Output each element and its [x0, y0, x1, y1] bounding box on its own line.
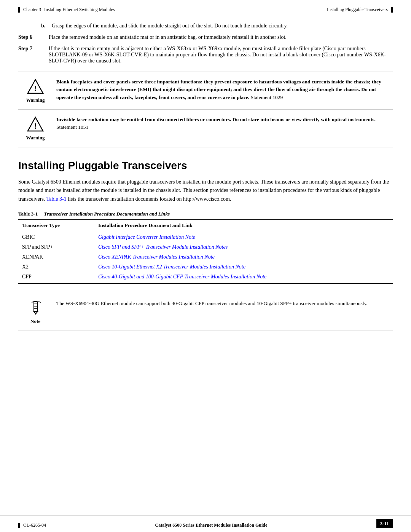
- table-row: CFPCisco 40-Gigabit and 100-Gigabit CFP …: [18, 272, 393, 283]
- footer-doc-id: OL-6265-04: [23, 522, 46, 528]
- table-cell-link[interactable]: Cisco 10-Gigabit Ethernet X2 Transceiver…: [94, 262, 393, 272]
- step6-text: Place the removed module on an antistati…: [49, 34, 393, 40]
- table-cell-link[interactable]: Cisco SFP and SFP+ Transceiver Module In…: [94, 242, 393, 252]
- warning1-text-normal: Statement 1029: [249, 94, 283, 100]
- table-cell-link[interactable]: Cisco XENPAK Transceiver Modules Install…: [94, 252, 393, 262]
- table-link[interactable]: Cisco 40-Gigabit and 100-Gigabit CFP Tra…: [98, 274, 266, 280]
- step6-row: Step 6 Place the removed module on an an…: [18, 34, 393, 40]
- footer-center-text: Catalyst 6500 Series Ethernet Modules In…: [155, 522, 268, 528]
- step-b-text: Grasp the edges of the module, and slide…: [52, 23, 393, 29]
- warning1-box: ! Warning Blank faceplates and cover pan…: [18, 72, 393, 110]
- warning2-text-bold: Invisible laser radiation may be emitted…: [56, 117, 376, 122]
- header-bar-left: [18, 7, 20, 13]
- table-ref-link[interactable]: Table 3-1: [46, 196, 67, 202]
- svg-text:!: !: [34, 122, 37, 130]
- page-header: Chapter 3 Installing Ethernet Switching …: [0, 0, 411, 15]
- step7-label: Step 7: [18, 46, 49, 64]
- steps-section: b. Grasp the edges of the module, and sl…: [18, 23, 393, 64]
- warning1-label: Warning: [26, 97, 45, 103]
- step7-text: If the slot is to remain empty and is ad…: [49, 46, 393, 64]
- header-chapter: Chapter 3: [23, 7, 41, 13]
- table-row: SFP and SFP+Cisco SFP and SFP+ Transceiv…: [18, 242, 393, 252]
- step-b-label: b.: [41, 23, 49, 29]
- note-label: Note: [30, 318, 40, 324]
- header-chapter-title: Installing Ethernet Switching Modules: [44, 7, 115, 13]
- note-icon-area: Note: [18, 299, 56, 324]
- header-bar-right: [391, 7, 393, 13]
- table-cell-link[interactable]: Gigabit Interface Converter Installation…: [94, 231, 393, 243]
- footer-center: Catalyst 6500 Series Ethernet Modules In…: [155, 522, 268, 528]
- table-caption: Table 3-1 Transceiver Installation Proce…: [18, 211, 393, 217]
- table-cell-type: X2: [18, 262, 94, 272]
- warning2-content: Invisible laser radiation may be emitted…: [56, 116, 393, 131]
- note-pencil-icon: [27, 299, 44, 316]
- step6-label: Step 6: [18, 34, 49, 40]
- table-row: X2Cisco 10-Gigabit Ethernet X2 Transceiv…: [18, 262, 393, 272]
- header-right: Installing Pluggable Transceivers: [327, 7, 393, 13]
- table-cell-type: XENPAK: [18, 252, 94, 262]
- col2-header: Installation Procedure Document and Link: [94, 220, 393, 231]
- table-row: XENPAKCisco XENPAK Transceiver Modules I…: [18, 252, 393, 262]
- table-cell-type: CFP: [18, 272, 94, 283]
- warning2-text-normal: Statement 1051: [56, 124, 88, 130]
- transceiver-table: Transceiver Type Installation Procedure …: [18, 219, 393, 284]
- warning1-content: Blank faceplates and cover panels serve …: [56, 78, 393, 101]
- warning-triangle-icon: !: [27, 78, 44, 95]
- table-link[interactable]: Cisco 10-Gigabit Ethernet X2 Transceiver…: [98, 264, 245, 270]
- svg-rect-4: [34, 302, 38, 312]
- warning1-icon-area: ! Warning: [18, 78, 56, 103]
- main-content: b. Grasp the edges of the module, and sl…: [0, 15, 411, 354]
- note-box: Note The WS-X6904-40G Ethernet module ca…: [18, 293, 393, 331]
- footer-bar: [18, 523, 20, 528]
- header-right-title: Installing Pluggable Transceivers: [327, 7, 388, 13]
- step-b-row: b. Grasp the edges of the module, and sl…: [18, 23, 393, 29]
- section-heading: Installing Pluggable Transceivers: [18, 160, 393, 172]
- section-intro: Some Catalyst 6500 Ethernet modules requ…: [18, 178, 393, 203]
- header-left: Chapter 3 Installing Ethernet Switching …: [18, 7, 115, 13]
- footer-right: 3-11: [376, 519, 393, 528]
- table-row: GBICGigabit Interface Converter Installa…: [18, 231, 393, 243]
- footer-left: OL-6265-04: [18, 522, 46, 528]
- warning1-text-bold: Blank faceplates and cover panels serve …: [56, 79, 381, 100]
- note-content: The WS-X6904-40G Ethernet module can sup…: [56, 299, 393, 308]
- warning2-triangle-icon: !: [27, 116, 44, 133]
- page-number: 3-11: [376, 519, 393, 528]
- table-caption-num: Table 3-1: [18, 211, 38, 217]
- warning2-label: Warning: [26, 135, 45, 141]
- warning2-box: ! Warning Invisible laser radiation may …: [18, 110, 393, 147]
- table-caption-text: Transceiver Installation Procedure Docum…: [44, 211, 170, 217]
- warning2-icon-area: ! Warning: [18, 116, 56, 141]
- table-link[interactable]: Cisco XENPAK Transceiver Modules Install…: [98, 254, 215, 260]
- table-cell-type: SFP and SFP+: [18, 242, 94, 252]
- page-footer: OL-6265-04 Catalyst 6500 Series Ethernet…: [0, 516, 411, 532]
- svg-marker-8: [34, 312, 38, 314]
- col1-header: Transceiver Type: [18, 220, 94, 231]
- svg-text:!: !: [34, 84, 37, 93]
- table-link[interactable]: Cisco SFP and SFP+ Transceiver Module In…: [98, 244, 228, 250]
- table-cell-link[interactable]: Cisco 40-Gigabit and 100-Gigabit CFP Tra…: [94, 272, 393, 283]
- table-cell-type: GBIC: [18, 231, 94, 243]
- table-header-row: Transceiver Type Installation Procedure …: [18, 220, 393, 231]
- step7-row: Step 7 If the slot is to remain empty an…: [18, 46, 393, 64]
- table-head: Transceiver Type Installation Procedure …: [18, 220, 393, 231]
- table-link[interactable]: Gigabit Interface Converter Installation…: [98, 234, 195, 240]
- table-body: GBICGigabit Interface Converter Installa…: [18, 231, 393, 284]
